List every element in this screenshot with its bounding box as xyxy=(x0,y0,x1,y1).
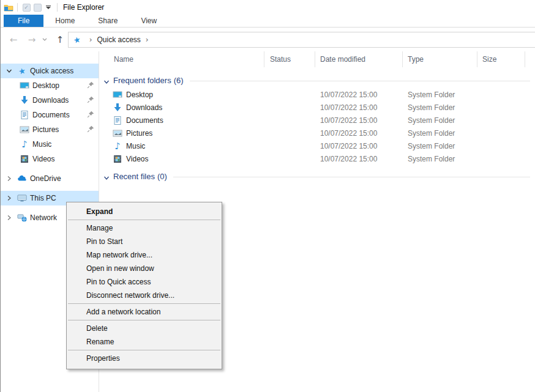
column-header-date-modified[interactable]: Date modified xyxy=(315,51,403,67)
column-header-row: Name Status Date modified Type Size xyxy=(99,51,535,67)
up-button[interactable]: ↑ xyxy=(52,28,68,51)
recent-locations-dropdown[interactable] xyxy=(40,28,50,51)
sidebar-item-label: OneDrive xyxy=(30,174,61,183)
file-row-desktop[interactable]: Desktop 10/07/2022 15:00 System Folder xyxy=(99,88,535,101)
file-type: System Folder xyxy=(403,155,477,163)
this-pc-monitor-icon xyxy=(17,193,27,203)
desktop-icon xyxy=(113,90,122,100)
chevron-down-icon[interactable] xyxy=(103,78,110,84)
menu-item-pin-to-start[interactable]: Pin to Start xyxy=(67,235,222,248)
file-date-modified: 10/07/2022 15:00 xyxy=(315,116,403,125)
pin-icon xyxy=(86,125,95,133)
qat-new-folder-button[interactable] xyxy=(32,2,43,12)
group-label: Recent files xyxy=(113,172,155,181)
documents-icon xyxy=(113,116,122,125)
menu-item-open-in-new-window[interactable]: Open in new window xyxy=(67,262,222,275)
group-header-recent-files[interactable]: Recent files (0) xyxy=(99,171,530,182)
menu-separator xyxy=(68,220,220,220)
chevron-right-icon[interactable] xyxy=(6,194,13,202)
chevron-down-icon[interactable] xyxy=(103,174,110,180)
properties-check-icon: ✓ xyxy=(23,4,31,12)
menu-item-manage[interactable]: Manage xyxy=(67,221,222,235)
breadcrumb-location[interactable]: Quick access xyxy=(97,35,140,44)
sidebar-item-quick-access[interactable]: ★ Quick access xyxy=(1,64,99,78)
file-row-documents[interactable]: Documents 10/07/2022 15:00 System Folder xyxy=(99,114,535,127)
address-bar[interactable]: ★ › Quick access › xyxy=(68,32,535,48)
column-header-name[interactable]: Name xyxy=(99,51,264,67)
file-name: Pictures xyxy=(126,129,152,138)
file-name: Desktop xyxy=(126,91,153,99)
menu-item-disconnect-network-drive[interactable]: Disconnect network drive... xyxy=(67,289,222,302)
chevron-right-icon[interactable] xyxy=(6,214,13,221)
new-folder-icon xyxy=(34,4,42,12)
divider xyxy=(57,3,58,12)
sidebar-item-music[interactable]: ♪ Music xyxy=(1,137,99,152)
back-button[interactable]: ← xyxy=(6,28,21,51)
sidebar-item-downloads[interactable]: Downloads xyxy=(1,93,99,108)
file-type: System Folder xyxy=(403,103,477,112)
file-name: Music xyxy=(126,142,145,150)
tab-view[interactable]: View xyxy=(129,15,168,27)
file-row-videos[interactable]: Videos 10/07/2022 15:00 System Folder xyxy=(99,152,535,165)
menu-item-rename[interactable]: Rename xyxy=(67,335,222,349)
chevron-right-icon[interactable] xyxy=(6,175,13,182)
file-type: System Folder xyxy=(403,91,477,99)
sidebar-spacer xyxy=(1,186,99,191)
menu-item-properties[interactable]: Properties xyxy=(67,352,222,365)
file-row-music[interactable]: ♪ Music 10/07/2022 15:00 System Folder xyxy=(99,139,535,152)
qat-properties-button[interactable]: ✓ xyxy=(21,2,32,12)
window-title: File Explorer xyxy=(63,3,104,12)
file-row-pictures[interactable]: Pictures 10/07/2022 15:00 System Folder xyxy=(99,127,535,139)
breadcrumb-chevron-icon[interactable]: › xyxy=(89,35,92,44)
sidebar-item-desktop[interactable]: Desktop xyxy=(1,78,99,93)
menu-item-delete[interactable]: Delete xyxy=(67,322,222,335)
file-row-downloads[interactable]: Downloads 10/07/2022 15:00 System Folder xyxy=(99,101,535,114)
tab-home[interactable]: Home xyxy=(43,15,86,27)
file-date-modified: 10/07/2022 15:00 xyxy=(315,155,403,163)
column-header-status[interactable]: Status xyxy=(264,51,315,67)
menu-item-add-network-location[interactable]: Add a network location xyxy=(67,305,222,319)
sidebar-item-pictures[interactable]: Pictures xyxy=(1,122,99,137)
chevron-down-icon xyxy=(46,6,51,9)
file-type: System Folder xyxy=(403,129,477,138)
file-name: Documents xyxy=(126,116,163,125)
group-header-frequent-folders[interactable]: Frequent folders (6) xyxy=(99,75,530,86)
sidebar-item-onedrive[interactable]: OneDrive xyxy=(1,171,99,186)
music-note-icon: ♪ xyxy=(113,141,122,151)
menu-separator xyxy=(68,303,220,304)
sidebar-item-videos[interactable]: Videos xyxy=(1,152,99,166)
navigation-bar: ← → ↑ ★ › Quick access › xyxy=(1,28,535,51)
file-type: System Folder xyxy=(403,142,477,150)
menu-item-map-network-drive[interactable]: Map network drive... xyxy=(67,248,222,262)
downloads-icon xyxy=(20,95,29,105)
column-header-type[interactable]: Type xyxy=(403,51,477,67)
ribbon-tab-bar: File Home Share View xyxy=(1,15,535,28)
network-computers-icon xyxy=(17,213,27,223)
sidebar-item-documents[interactable]: Documents xyxy=(1,108,99,122)
group-label: Frequent folders xyxy=(113,76,171,85)
sidebar-item-label: Downloads xyxy=(32,96,69,105)
column-header-size[interactable]: Size xyxy=(477,51,525,67)
menu-separator xyxy=(68,320,220,320)
sidebar-item-label: Music xyxy=(32,140,51,149)
group-count: (6) xyxy=(174,76,184,85)
menu-item-expand[interactable]: Expand xyxy=(67,205,222,218)
sidebar-item-label: This PC xyxy=(30,194,56,202)
chevron-down-icon[interactable] xyxy=(6,67,13,75)
menu-item-pin-to-quick-access[interactable]: Pin to Quick access xyxy=(67,275,222,289)
menu-separator xyxy=(68,350,220,350)
file-name: Downloads xyxy=(126,103,162,112)
tab-share[interactable]: Share xyxy=(86,15,129,27)
sidebar-item-label: Network xyxy=(30,213,57,222)
file-date-modified: 10/07/2022 15:00 xyxy=(315,129,403,138)
pictures-icon xyxy=(113,128,122,138)
qat-customize-dropdown-button[interactable] xyxy=(43,2,54,12)
sidebar-item-label: Desktop xyxy=(32,81,59,90)
tab-file[interactable]: File xyxy=(4,15,43,27)
file-date-modified: 10/07/2022 15:00 xyxy=(315,142,403,150)
breadcrumb-chevron-icon[interactable]: › xyxy=(146,35,149,44)
divider xyxy=(17,3,18,12)
forward-button[interactable]: → xyxy=(24,28,40,51)
music-note-icon: ♪ xyxy=(20,139,29,149)
sidebar-spacer xyxy=(1,166,99,171)
